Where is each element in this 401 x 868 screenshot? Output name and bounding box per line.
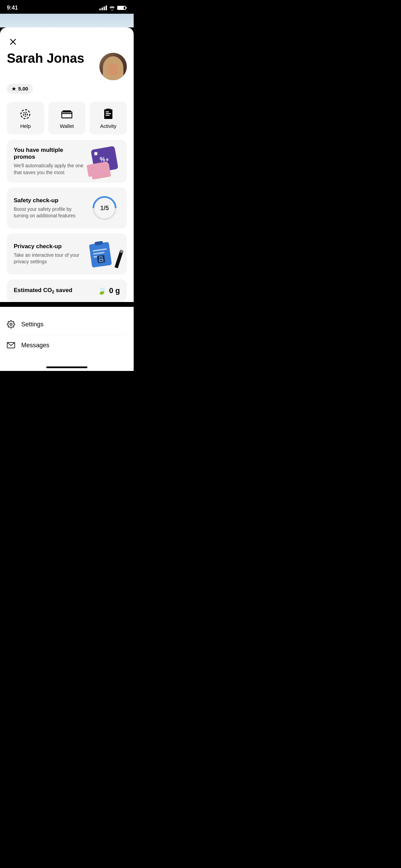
wallet-label: Wallet: [60, 123, 74, 129]
status-bar: 9:41: [0, 0, 134, 14]
privacy-visual: [89, 240, 120, 268]
svg-rect-9: [106, 113, 111, 114]
rating-badge: ★ 5.00: [7, 84, 33, 94]
avatar: [99, 53, 127, 80]
co2-card[interactable]: Estimated CO2 saved 🍃 0 g: [7, 279, 127, 302]
svg-rect-7: [104, 109, 112, 119]
co2-value: 🍃 0 g: [97, 286, 120, 295]
svg-rect-10: [106, 115, 110, 116]
safety-visual: 1/5: [89, 194, 120, 222]
activity-button[interactable]: Activity: [89, 102, 127, 134]
messages-label: Messages: [21, 342, 49, 349]
time-display: 9:41: [7, 5, 18, 11]
wallet-icon: [61, 109, 72, 120]
app-peek: [0, 14, 134, 27]
settings-item[interactable]: Settings: [7, 314, 127, 335]
svg-rect-8: [106, 111, 109, 112]
settings-label: Settings: [21, 321, 44, 328]
co2-title: Estimated CO2 saved: [14, 287, 72, 294]
promo-description: We'll automatically apply the one that s…: [14, 162, 86, 176]
activity-icon: [103, 109, 114, 120]
promo-title: You have multiple promos: [14, 147, 86, 160]
user-name: Sarah Jonas: [7, 51, 84, 66]
promo-card[interactable]: You have multiple promos We'll automatic…: [7, 140, 127, 183]
privacy-title: Privacy check-up: [14, 243, 86, 250]
safety-title: Safety check-up: [14, 197, 86, 204]
close-button[interactable]: [7, 36, 19, 48]
promo-card-text: You have multiple promos We'll automatic…: [14, 147, 89, 176]
help-label: Help: [20, 123, 31, 129]
home-bar: [46, 366, 87, 368]
home-indicator: [0, 362, 134, 371]
co2-amount: 0 g: [109, 286, 120, 295]
quick-actions: Help Wallet Activity: [7, 102, 127, 134]
settings-icon: [7, 320, 15, 328]
wallet-button[interactable]: Wallet: [48, 102, 86, 134]
activity-label: Activity: [100, 123, 117, 129]
header-row: Sarah Jonas: [7, 51, 127, 80]
safety-description: Boost your safety profile by turning on …: [14, 206, 86, 219]
svg-point-4: [25, 113, 26, 115]
privacy-description: Take an interactive tour of your privacy…: [14, 252, 86, 265]
safety-progress: 1/5: [100, 205, 109, 212]
privacy-card-text: Privacy check-up Take an interactive tou…: [14, 243, 89, 265]
battery-icon: [117, 6, 127, 10]
help-icon: [20, 109, 31, 120]
safety-card[interactable]: Safety check-up Boost your safety profil…: [7, 188, 127, 229]
rating-value: 5.00: [18, 86, 28, 92]
promo-visual: %∘: [89, 148, 120, 175]
privacy-card[interactable]: Privacy check-up Take an interactive tou…: [7, 233, 127, 275]
signal-icon: [99, 5, 107, 10]
bottom-section: Settings Messages: [0, 307, 134, 362]
messages-icon: [7, 341, 15, 349]
svg-point-12: [10, 323, 12, 325]
messages-item[interactable]: Messages: [7, 335, 127, 355]
svg-rect-5: [62, 112, 72, 118]
star-icon: ★: [12, 86, 16, 92]
wifi-icon: [109, 6, 115, 10]
svg-rect-11: [106, 109, 110, 110]
svg-rect-6: [63, 110, 71, 112]
main-card: Sarah Jonas ★ 5.00 Help Wallet: [0, 27, 134, 302]
user-info: Sarah Jonas: [7, 51, 84, 66]
help-button[interactable]: Help: [7, 102, 44, 134]
safety-card-text: Safety check-up Boost your safety profil…: [14, 197, 89, 219]
status-icons: [99, 5, 127, 10]
leaf-icon: 🍃: [97, 286, 106, 295]
